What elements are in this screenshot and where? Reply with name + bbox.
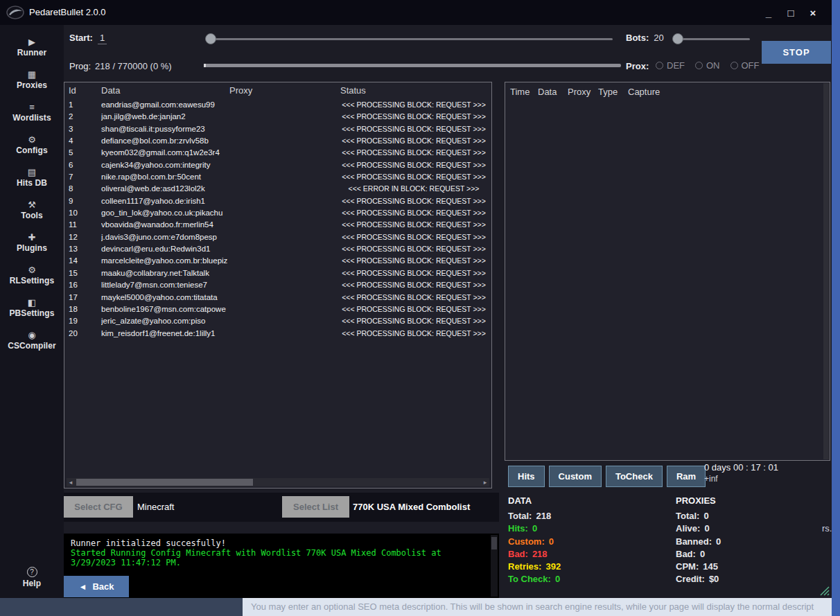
table-row[interactable]: 3 shan@tiscali.it:pussyforme23 <<< PROCE… bbox=[64, 123, 491, 135]
screen: rs. You may enter an optional SEO meta d… bbox=[0, 0, 840, 616]
sidebar-item-configs[interactable]: ⚙ Configs bbox=[0, 128, 64, 161]
radio-circle-icon bbox=[730, 62, 738, 69]
console-scrollbar[interactable] bbox=[491, 535, 498, 597]
rlsettings-gear-icon: ⚙ bbox=[28, 265, 36, 275]
start-slider[interactable] bbox=[204, 33, 618, 44]
data-stats-list: Total:218 Hits:0 Custom:0 Bad:218 Retrie… bbox=[508, 511, 667, 587]
stat-line: Banned:0 bbox=[676, 536, 835, 549]
row-data: marcelcleite@yahoo.com.br:bluepiz bbox=[101, 255, 268, 267]
data-stats-title: DATA bbox=[508, 495, 667, 506]
close-button[interactable]: × bbox=[805, 7, 821, 19]
row-status: <<< PROCESSING BLOCK: REQUEST >>> bbox=[339, 243, 489, 255]
table-row[interactable]: 9 colleen1117@yahoo.de:irish1 <<< PROCES… bbox=[64, 195, 491, 207]
table-row[interactable]: 15 maaku@collabrary.net:Talktalk <<< PRO… bbox=[64, 267, 491, 279]
table-row[interactable]: 13 devincarl@eru.edu:Redwin3d1 <<< PROCE… bbox=[64, 243, 491, 255]
elapsed-timer: 0 days 00 : 17 : 01 bbox=[704, 462, 778, 473]
column-header: Time bbox=[510, 87, 538, 97]
tab-ram[interactable]: Ram bbox=[667, 466, 706, 487]
bots-slider-track[interactable] bbox=[675, 38, 750, 40]
bots-slider[interactable] bbox=[670, 33, 755, 44]
row-data: eandrias@gmail.com:eawesu99 bbox=[101, 99, 268, 111]
proxy-mode-off[interactable]: OFF bbox=[730, 60, 760, 71]
table-row[interactable]: 16 littlelady7@msn.com:teniese7 <<< PROC… bbox=[64, 279, 491, 291]
table-row[interactable]: 18 benboline1967@msn.com:catpowe <<< PRO… bbox=[64, 303, 491, 315]
select-list-button[interactable]: Select List bbox=[282, 496, 349, 518]
stat-value: 0 bbox=[555, 574, 560, 584]
tab-tocheck[interactable]: ToCheck bbox=[606, 466, 663, 487]
proxy-mode-on[interactable]: ON bbox=[695, 60, 720, 71]
row-data: maaku@collabrary.net:Talktalk bbox=[101, 267, 268, 279]
sidebar-item-help[interactable]: ? Help bbox=[0, 567, 64, 588]
start-value[interactable]: 1 bbox=[98, 33, 107, 44]
remaining-timer: +inf bbox=[704, 474, 718, 484]
row-data: j.davis3@juno.com:e7dom8pesp bbox=[101, 231, 268, 243]
config-strip: Select CFG Minecraft Select List 770K US… bbox=[64, 493, 499, 522]
table-row[interactable]: 17 maykel5000@yahoo.com:titatata <<< PRO… bbox=[64, 292, 491, 303]
back-button[interactable]: ◄ Back bbox=[64, 576, 129, 597]
proxy-mode-def[interactable]: DEF bbox=[656, 60, 685, 71]
window-title: PedaretBullet 2.0.0 bbox=[29, 0, 106, 25]
log-console[interactable]: Runner initialized succesfully!Started R… bbox=[64, 534, 499, 598]
column-header: Capture bbox=[628, 87, 660, 97]
table-row[interactable]: 14 marcelcleite@yahoo.com.br:bluepiz <<<… bbox=[64, 255, 491, 267]
table-row[interactable]: 6 cajenk34@yahoo.com:integrity <<< PROCE… bbox=[64, 159, 491, 171]
scroll-right-icon[interactable]: ▸ bbox=[481, 478, 489, 486]
row-status: <<< PROCESSING BLOCK: REQUEST >>> bbox=[339, 231, 489, 243]
row-status: <<< PROCESSING BLOCK: REQUEST >>> bbox=[339, 195, 489, 207]
stat-value: 0 bbox=[549, 536, 554, 547]
row-data: maykel5000@yahoo.com:titatata bbox=[101, 292, 268, 303]
table-row[interactable]: 1 eandrias@gmail.com:eawesu99 <<< PROCES… bbox=[64, 99, 491, 111]
row-status: <<< PROCESSING BLOCK: REQUEST >>> bbox=[339, 267, 489, 279]
sidebar-item-proxies[interactable]: ▦ Proxies bbox=[0, 63, 64, 96]
stat-line: Custom:0 bbox=[508, 536, 667, 549]
pbsettings-panel-icon: ◧ bbox=[28, 297, 36, 308]
row-id: 17 bbox=[69, 292, 96, 303]
table-row[interactable]: 11 vboavida@wanadoo.fr:merlin54 <<< PROC… bbox=[64, 219, 491, 231]
sidebar-item-cscompiler[interactable]: ◉ CSCompiler bbox=[0, 324, 64, 356]
table-row[interactable]: 12 j.davis3@juno.com:e7dom8pesp <<< PROC… bbox=[64, 231, 491, 243]
app-window: PedaretBullet 2.0.0 _□× ▶ Runner ▦ Proxi… bbox=[0, 0, 832, 598]
horizontal-scrollbar-thumb[interactable] bbox=[76, 479, 253, 486]
start-field[interactable]: Start:1 bbox=[69, 33, 107, 43]
row-id: 11 bbox=[69, 219, 96, 231]
select-cfg-button[interactable]: Select CFG bbox=[64, 496, 133, 518]
stat-value: $0 bbox=[709, 574, 719, 584]
row-status: <<< PROCESSING BLOCK: REQUEST >>> bbox=[339, 279, 489, 291]
table-row[interactable]: 7 nike.rap@bol.com.br:50cent <<< PROCESS… bbox=[64, 171, 491, 183]
sidebar-item-rlsettings[interactable]: ⚙ RLSettings bbox=[0, 258, 64, 291]
tab-custom[interactable]: Custom bbox=[549, 466, 602, 487]
console-scrollbar-thumb[interactable] bbox=[491, 537, 497, 549]
sidebar-item-runner[interactable]: ▶ Runner bbox=[0, 30, 64, 63]
stop-button[interactable]: STOP bbox=[762, 41, 831, 64]
resize-grip-icon[interactable] bbox=[819, 586, 830, 596]
sidebar-item-wordlists[interactable]: ≡ Wordlists bbox=[0, 96, 64, 128]
maximize-button[interactable]: □ bbox=[783, 7, 798, 19]
table-row[interactable]: 2 jan.jilg@web.de:janjan2 <<< PROCESSING… bbox=[64, 111, 491, 123]
tab-hits[interactable]: Hits bbox=[508, 466, 545, 487]
sidebar-item-plugins[interactable]: ✚ Plugins bbox=[0, 226, 64, 258]
table-row[interactable]: 10 goo_tin_lok@yahoo.co.uk:pikachu <<< P… bbox=[64, 207, 491, 219]
minimize-button[interactable]: _ bbox=[761, 7, 776, 19]
bots-slider-thumb[interactable] bbox=[672, 33, 683, 44]
vertical-scrollbar[interactable] bbox=[823, 83, 829, 459]
start-label: Start: bbox=[69, 33, 93, 43]
sidebar-item-pbsettings[interactable]: ◧ PBSettings bbox=[0, 291, 64, 324]
row-id: 5 bbox=[69, 147, 96, 159]
table-row[interactable]: 4 defiance@bol.com.br:zrvlv58b <<< PROCE… bbox=[64, 135, 491, 147]
table-row[interactable]: 8 oliveral@web.de:asd123lol2k <<< ERROR … bbox=[64, 183, 491, 195]
progress-value: 218 / 770000 (0 %) bbox=[95, 61, 172, 71]
table-row[interactable]: 19 jeric_alzate@yahoo.com:piso <<< PROCE… bbox=[64, 315, 491, 327]
sidebar-item-hitsdb[interactable]: ▤ Hits DB bbox=[0, 161, 64, 193]
start-slider-thumb[interactable] bbox=[205, 33, 216, 44]
table-row[interactable]: 5 kyeom032@gmail.com:q1w2e3r4 <<< PROCES… bbox=[64, 147, 491, 159]
stat-value: 218 bbox=[536, 511, 551, 521]
row-id: 13 bbox=[69, 243, 96, 255]
table-row[interactable]: 20 kim_reisdorf1@freenet.de:1lilly1 <<< … bbox=[64, 328, 491, 340]
progress-label: Prog: bbox=[69, 61, 91, 71]
start-slider-track[interactable] bbox=[209, 38, 613, 40]
bots-field: Bots:20 bbox=[626, 33, 664, 43]
sidebar-item-tools[interactable]: ⚒ Tools bbox=[0, 193, 64, 226]
horizontal-scrollbar[interactable]: ◂ ▸ bbox=[67, 478, 489, 486]
stat-label: CPM: bbox=[676, 561, 699, 572]
scroll-left-icon[interactable]: ◂ bbox=[67, 478, 75, 486]
